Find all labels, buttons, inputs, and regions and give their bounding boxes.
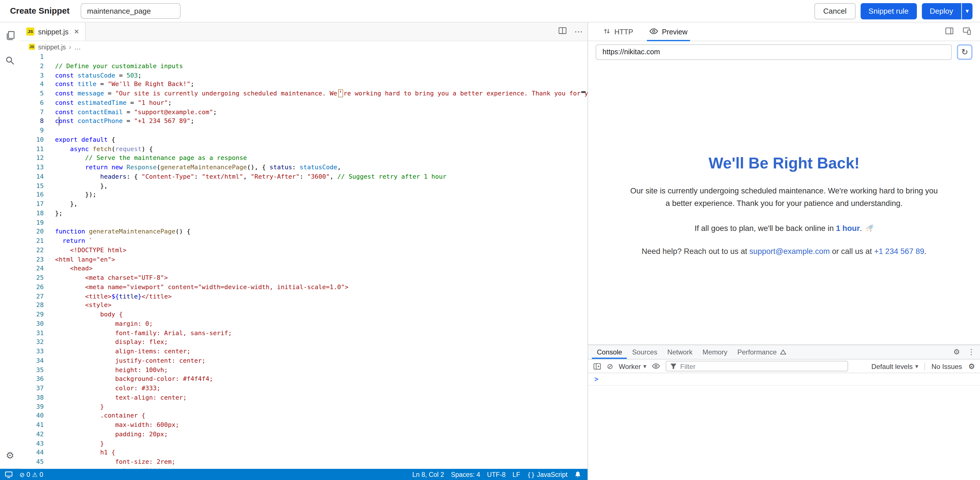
remote-indicator-icon[interactable] <box>5 471 13 478</box>
devtools-tab-performance[interactable]: Performance <box>732 345 791 359</box>
snippet-name-input[interactable] <box>81 3 181 19</box>
code-line-29[interactable]: 29 body { <box>20 310 587 319</box>
console-prompt[interactable]: > <box>594 375 599 383</box>
console-input-row[interactable]: > <box>588 373 980 386</box>
issues-counter[interactable]: No Issues <box>924 363 962 370</box>
code-line-37[interactable]: 37 color: #333; <box>20 384 587 393</box>
console-output[interactable]: > <box>588 373 980 480</box>
phone-link[interactable]: +1 234 567 89 <box>874 247 924 256</box>
contact-prefix: Need help? Reach out to us at <box>641 247 749 256</box>
code-text: }); <box>44 190 96 200</box>
console-settings-gear-icon[interactable]: ⚙ <box>968 363 975 370</box>
code-line-1[interactable]: 1 <box>20 52 587 62</box>
tab-http[interactable]: HTTP <box>603 22 633 41</box>
files-icon[interactable] <box>5 31 15 41</box>
code-editor[interactable]: 12// Define your customizable inputs3con… <box>20 52 587 469</box>
code-line-27[interactable]: 27 <title>${title}</title> <box>20 292 587 301</box>
context-selector[interactable]: Worker ▾ <box>619 363 646 370</box>
code-line-9[interactable]: 9 <box>20 126 587 135</box>
devtools-tab-console[interactable]: Console <box>592 345 627 359</box>
search-icon[interactable] <box>5 55 15 66</box>
code-line-38[interactable]: 38 text-align: center; <box>20 393 587 402</box>
code-line-32[interactable]: 32 display: flex; <box>20 338 587 347</box>
code-line-46[interactable]: 46 color: #3366cc; <box>20 467 587 469</box>
live-expression-eye-icon[interactable] <box>652 363 660 369</box>
devtools-tab-memory[interactable]: Memory <box>698 345 732 359</box>
chevron-down-icon: ▾ <box>915 363 918 369</box>
code-line-4[interactable]: 4const title = "We'll Be Right Back!"; <box>20 80 587 89</box>
more-actions-icon[interactable]: ⋯ <box>574 27 583 36</box>
code-line-22[interactable]: 22 <!DOCTYPE html> <box>20 246 587 255</box>
code-line-45[interactable]: 45 font-size: 2rem; <box>20 458 587 467</box>
kebab-menu-icon[interactable]: ⋮ <box>967 348 975 356</box>
split-editor-icon[interactable] <box>558 26 567 37</box>
code-line-35[interactable]: 35 height: 100vh; <box>20 366 587 375</box>
code-line-28[interactable]: 28 <style> <box>20 301 587 310</box>
cursor-position[interactable]: Ln 8, Col 2 <box>412 470 444 478</box>
code-line-43[interactable]: 43 } <box>20 439 587 448</box>
code-line-39[interactable]: 39 } <box>20 402 587 411</box>
code-line-36[interactable]: 36 background-color: #f4f4f4; <box>20 375 587 384</box>
indentation-setting[interactable]: Spaces: 4 <box>451 470 480 478</box>
line-number: 3 <box>20 71 44 80</box>
notifications-bell-icon[interactable] <box>574 470 581 478</box>
tab-snippet-js[interactable]: JS snippet.js × <box>20 22 86 41</box>
code-line-15[interactable]: 15 }, <box>20 181 587 190</box>
url-input[interactable] <box>595 44 952 60</box>
code-line-44[interactable]: 44 h1 { <box>20 448 587 457</box>
code-line-16[interactable]: 16 }); <box>20 190 587 200</box>
code-line-7[interactable]: 7const contactEmail = "support@example.c… <box>20 108 587 117</box>
code-line-19[interactable]: 19 <box>20 218 587 227</box>
code-line-25[interactable]: 25 <meta charset="UTF-8"> <box>20 274 587 283</box>
code-line-6[interactable]: 6const estimatedTime = "1 hour"; <box>20 98 587 108</box>
code-line-18[interactable]: 18}; <box>20 209 587 218</box>
panel-layout-icon[interactable] <box>945 26 954 37</box>
code-line-26[interactable]: 26 <meta name="viewport" content="width=… <box>20 283 587 292</box>
breadcrumb[interactable]: JS snippet.js › … <box>20 41 587 52</box>
code-line-24[interactable]: 24 <head> <box>20 264 587 273</box>
code-line-23[interactable]: 23<html lang="en"> <box>20 255 587 264</box>
code-line-11[interactable]: 11 async fetch(request) { <box>20 144 587 154</box>
encoding-setting[interactable]: UTF-8 <box>487 470 505 478</box>
code-text: <style> <box>44 301 111 310</box>
device-preview-icon[interactable] <box>963 26 971 37</box>
deploy-dropdown-button[interactable]: ▾ <box>962 3 972 19</box>
code-line-3[interactable]: 3const statusCode = 503; <box>20 71 587 80</box>
support-email-link[interactable]: support@example.com <box>749 247 830 256</box>
problems-indicator[interactable]: ⊘ 0 ⚠ 0 <box>19 470 43 478</box>
devtools-tab-network[interactable]: Network <box>662 345 698 359</box>
code-line-33[interactable]: 33 align-items: center; <box>20 347 587 356</box>
code-line-10[interactable]: 10export default { <box>20 135 587 144</box>
eol-setting[interactable]: LF <box>512 470 520 478</box>
code-line-40[interactable]: 40 .container { <box>20 412 587 421</box>
code-line-42[interactable]: 42 padding: 20px; <box>20 430 587 439</box>
code-line-14[interactable]: 14 headers: { "Content-Type": "text/html… <box>20 172 587 181</box>
close-tab-icon[interactable]: × <box>74 27 79 36</box>
code-line-17[interactable]: 17 }, <box>20 200 587 209</box>
refresh-button[interactable]: ↻ <box>957 44 973 60</box>
language-mode[interactable]: {} JavaScript <box>527 470 567 478</box>
devtools-tab-label: Network <box>667 348 693 356</box>
cancel-button[interactable]: Cancel <box>815 3 856 19</box>
code-line-8[interactable]: 8const contactPhone = "+1 234 567 89"; <box>20 117 587 126</box>
log-levels-selector[interactable]: Default levels ▾ <box>871 363 918 370</box>
code-line-5[interactable]: 5const message = "Our site is currently … <box>20 89 587 98</box>
code-line-34[interactable]: 34 justify-content: center; <box>20 356 587 365</box>
code-line-2[interactable]: 2// Define your customizable inputs <box>20 62 587 71</box>
code-line-13[interactable]: 13 return new Response(generateMaintenan… <box>20 163 587 172</box>
deploy-button[interactable]: Deploy <box>922 3 961 19</box>
code-line-21[interactable]: 21 return ` <box>20 237 587 246</box>
code-line-31[interactable]: 31 font-family: Arial, sans-serif; <box>20 329 587 338</box>
clear-console-icon[interactable]: ⊘ <box>607 362 613 371</box>
settings-gear-icon[interactable]: ⚙ <box>6 450 14 469</box>
devtools-tab-sources[interactable]: Sources <box>627 345 662 359</box>
filter-input[interactable] <box>680 363 844 370</box>
tab-preview[interactable]: Preview <box>649 22 687 41</box>
devtools-settings-gear-icon[interactable]: ⚙ <box>953 348 960 356</box>
code-line-41[interactable]: 41 max-width: 600px; <box>20 421 587 430</box>
code-line-30[interactable]: 30 margin: 0; <box>20 320 587 329</box>
console-sidebar-icon[interactable] <box>593 363 601 370</box>
snippet-rule-button[interactable]: Snippet rule <box>860 3 916 19</box>
code-line-12[interactable]: 12 // Serve the maintenance page as a re… <box>20 154 587 163</box>
code-line-20[interactable]: 20function generateMaintenancePage() { <box>20 228 587 237</box>
